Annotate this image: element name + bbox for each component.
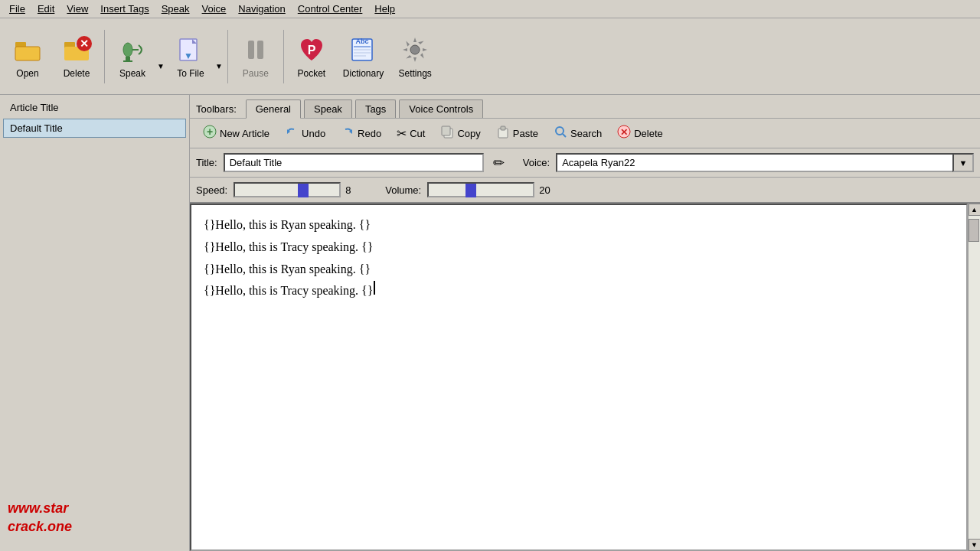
volume-thumb[interactable] (466, 184, 476, 197)
menu-control-center[interactable]: Control Center (292, 2, 369, 16)
title-voice-row: Title: ✏ Voice: Acapela Ryan22 Acapela T… (190, 148, 980, 178)
voice-select-wrapper: Acapela Ryan22 Acapela Tracy22 Microsoft… (556, 153, 974, 172)
settings-icon (400, 34, 430, 65)
tab-general[interactable]: General (246, 99, 301, 119)
menu-speak[interactable]: Speak (155, 2, 196, 16)
pause-icon (240, 34, 271, 65)
paste-label: Paste (513, 128, 538, 139)
menu-view[interactable]: View (60, 2, 94, 16)
tofile-icon: ▼ (175, 34, 206, 65)
new-article-button[interactable]: + New Article (196, 122, 276, 145)
tofile-button-group[interactable]: ▼ To File ▼ (168, 31, 223, 83)
speed-slider[interactable] (234, 182, 341, 197)
menu-voice[interactable]: Voice (196, 2, 233, 16)
tofile-button[interactable]: ▼ To File (168, 31, 214, 83)
volume-slider-container: 20 (427, 182, 557, 197)
svg-line-32 (563, 134, 566, 137)
scrollbar-up[interactable]: ▲ (969, 204, 981, 216)
content-area: Toolbars: General Speak Tags Voice Contr… (190, 95, 980, 551)
text-cursor (374, 281, 375, 295)
sidebar-item-article-title[interactable]: Article Title (3, 98, 186, 117)
speak-arrow[interactable]: ▼ (157, 62, 165, 70)
menu-insert-tags[interactable]: Insert Tags (94, 2, 155, 16)
speak-label: Speak (119, 68, 145, 79)
svg-rect-14 (257, 41, 263, 59)
svg-point-7 (123, 43, 132, 57)
redo-label: Redo (358, 128, 381, 139)
editor-line-1: {}Hello, this is Tracy speaking. {} (204, 236, 954, 259)
voice-label: Voice: (523, 157, 550, 168)
open-button[interactable]: Open (5, 31, 51, 83)
delete-button[interactable]: ✕ Delete (54, 31, 100, 83)
title-input[interactable] (224, 153, 484, 172)
scrollbar: ▲ ▼ (968, 204, 980, 551)
svg-text:✕: ✕ (80, 37, 89, 50)
watermark: www.star crack.one (8, 500, 72, 536)
volume-slider[interactable] (427, 182, 534, 197)
svg-point-22 (410, 45, 420, 54)
svg-text:+: + (207, 126, 213, 138)
svg-text:✕: ✕ (620, 127, 628, 138)
delete-label: Delete (64, 68, 90, 79)
tab-speak[interactable]: Speak (304, 99, 352, 118)
open-label: Open (16, 68, 38, 79)
speak-icon (117, 34, 148, 65)
svg-text:▼: ▼ (184, 51, 193, 61)
menu-help[interactable]: Help (368, 2, 401, 16)
separator-1 (104, 30, 105, 83)
delete-icon: ✕ (61, 34, 92, 65)
dictionary-button[interactable]: Abc Dictionary (338, 31, 389, 83)
pocket-label: Pocket (297, 68, 325, 79)
scrollbar-down[interactable]: ▼ (969, 539, 981, 551)
delete-action-label: Delete (634, 128, 663, 139)
menu-edit[interactable]: Edit (31, 2, 60, 16)
cut-icon: ✂ (397, 126, 407, 141)
delete-action-button[interactable]: ✕ Delete (610, 122, 670, 145)
volume-label: Volume: (385, 184, 421, 196)
svg-text:P: P (307, 44, 315, 57)
copy-label: Copy (457, 128, 480, 139)
speed-slider-container: 8 (234, 182, 364, 197)
copy-icon (440, 125, 454, 142)
undo-icon (285, 125, 299, 142)
scrollbar-track[interactable] (969, 216, 981, 539)
speed-value: 8 (345, 184, 364, 196)
dictionary-icon: Abc (348, 34, 378, 65)
undo-button[interactable]: Undo (278, 122, 332, 145)
scrollbar-thumb[interactable] (969, 219, 979, 242)
search-icon (554, 125, 567, 142)
pause-button[interactable]: Pause (233, 31, 279, 83)
copy-button[interactable]: Copy (433, 122, 487, 145)
speak-button[interactable]: Speak (109, 31, 155, 83)
tofile-arrow[interactable]: ▼ (215, 62, 223, 70)
text-editor[interactable]: {}Hello, this is Ryan speaking. {} {}Hel… (190, 204, 968, 551)
menu-navigation[interactable]: Navigation (232, 2, 291, 16)
svg-point-31 (556, 127, 564, 135)
pen-icon[interactable]: ✏ (493, 155, 505, 171)
cut-label: Cut (410, 128, 425, 139)
pocket-button[interactable]: P Pocket (289, 31, 335, 83)
tab-voice-controls[interactable]: Voice Controls (399, 99, 483, 118)
voice-select[interactable]: Acapela Ryan22 Acapela Tracy22 Microsoft… (556, 153, 974, 172)
redo-button[interactable]: Redo (334, 122, 388, 145)
menu-file[interactable]: File (3, 2, 31, 16)
speed-volume-row: Speed: 8 Volume: 20 (190, 178, 980, 204)
sidebar-item-default-title[interactable]: Default Title (3, 119, 186, 138)
speak-button-group[interactable]: Speak ▼ (109, 31, 165, 83)
new-article-icon: + (203, 125, 217, 142)
tofile-label: To File (177, 68, 204, 79)
svg-text:Abc: Abc (356, 37, 369, 45)
search-label: Search (570, 128, 602, 139)
cut-button[interactable]: ✂ Cut (390, 123, 432, 144)
paste-button[interactable]: Paste (489, 122, 545, 145)
pocket-icon: P (296, 34, 327, 65)
main-container: Article Title Default Title www.star cra… (0, 95, 980, 551)
svg-rect-28 (442, 126, 450, 135)
search-button[interactable]: Search (547, 122, 609, 145)
open-icon (12, 34, 43, 65)
speed-thumb[interactable] (298, 184, 309, 197)
settings-button[interactable]: Settings (392, 31, 438, 83)
separator-2 (227, 30, 228, 83)
editor-line-0: {}Hello, this is Ryan speaking. {} (204, 214, 954, 236)
tab-tags[interactable]: Tags (355, 99, 396, 118)
